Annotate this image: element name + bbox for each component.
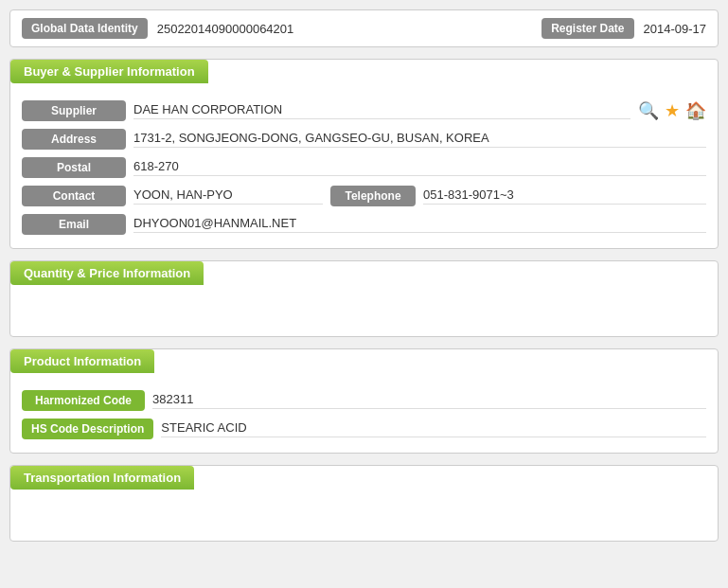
- home-icon[interactable]: 🏠: [685, 100, 706, 121]
- harmonized-code-label: Harmonized Code: [22, 390, 145, 411]
- postal-row: Postal 618-270: [10, 153, 718, 182]
- hs-code-desc-row: HS Code Description STEARIC ACID: [10, 415, 718, 443]
- buyer-supplier-title: Buyer & Supplier Information: [10, 60, 208, 83]
- buyer-supplier-header-wrap: Buyer & Supplier Information: [10, 60, 718, 91]
- register-date-label: Register Date: [542, 18, 633, 39]
- address-value: 1731-2, SONGJEONG-DONG, GANGSEO-GU, BUSA…: [133, 131, 706, 148]
- quantity-price-header-wrap: Quantity & Price Information: [10, 261, 718, 293]
- hs-code-desc-value: STEARIC ACID: [161, 420, 706, 437]
- harmonized-code-row: Harmonized Code 382311: [10, 386, 718, 415]
- product-header-wrap: Product Information: [10, 349, 718, 381]
- harmonized-code-value: 382311: [152, 392, 706, 409]
- address-row: Address 1731-2, SONGJEONG-DONG, GANGSEO-…: [10, 125, 718, 153]
- email-label: Email: [22, 214, 126, 235]
- global-id-row: Global Data Identity 2502201409000006420…: [9, 9, 719, 47]
- quantity-price-body: [10, 298, 718, 327]
- buyer-supplier-section: Buyer & Supplier Information Supplier DA…: [9, 59, 719, 249]
- quantity-price-title: Quantity & Price Information: [10, 261, 204, 285]
- product-title: Product Information: [10, 349, 154, 373]
- telephone-value: 051-831-9071~3: [423, 187, 706, 205]
- postal-label: Postal: [22, 157, 126, 178]
- transportation-section: Transportation Information: [9, 465, 719, 542]
- global-id-value: 25022014090000064201: [157, 22, 294, 36]
- contact-label: Contact: [22, 186, 126, 206]
- product-section: Product Information Harmonized Code 3823…: [9, 348, 719, 454]
- global-id-label: Global Data Identity: [22, 18, 148, 39]
- supplier-row: Supplier DAE HAN CORPORATION 🔍 ★ 🏠: [10, 97, 718, 125]
- transportation-body: [10, 503, 718, 531]
- star-icon[interactable]: ★: [665, 100, 680, 121]
- email-row: Email DHYOON01@HANMAIL.NET: [10, 210, 718, 239]
- register-date-value: 2014-09-17: [644, 22, 707, 36]
- postal-value: 618-270: [133, 159, 706, 176]
- contact-row: Contact YOON, HAN-PYO Telephone 051-831-…: [10, 182, 718, 210]
- transportation-header-wrap: Transportation Information: [10, 466, 718, 497]
- page-container: Global Data Identity 2502201409000006420…: [9, 9, 719, 542]
- supplier-icons: 🔍 ★ 🏠: [638, 100, 706, 121]
- hs-code-desc-label: HS Code Description: [22, 419, 153, 439]
- email-value: DHYOON01@HANMAIL.NET: [133, 216, 706, 233]
- transportation-title: Transportation Information: [10, 466, 194, 490]
- search-icon[interactable]: 🔍: [638, 100, 659, 121]
- address-label: Address: [22, 129, 126, 150]
- telephone-label: Telephone: [330, 186, 416, 206]
- contact-value: YOON, HAN-PYO: [133, 187, 323, 205]
- supplier-value: DAE HAN CORPORATION: [133, 102, 630, 119]
- quantity-price-section: Quantity & Price Information: [9, 260, 719, 337]
- supplier-label: Supplier: [22, 100, 126, 121]
